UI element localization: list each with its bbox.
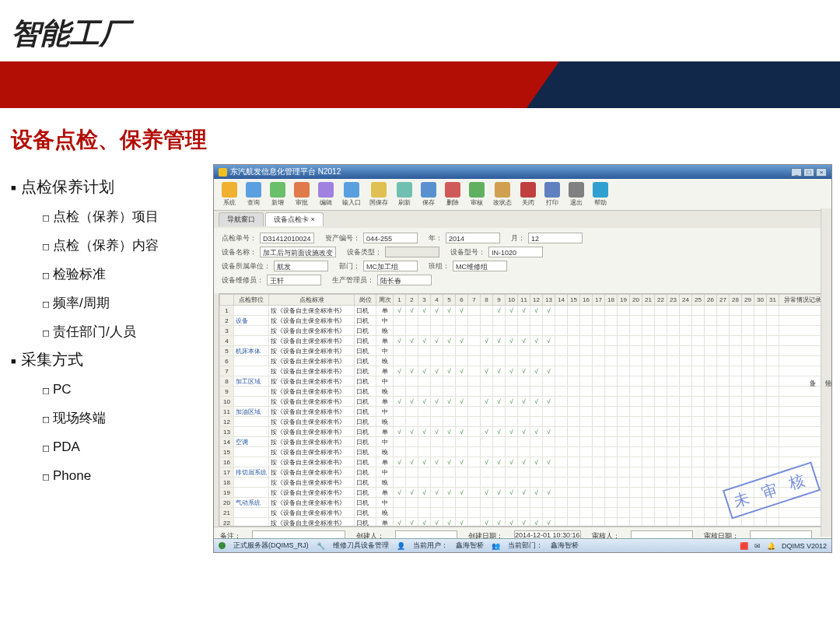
toolbar-审批[interactable]: 审批 <box>291 181 313 208</box>
grid-wrap: 点检部位点检标准岗位周次1234567891011121314151617181… <box>219 293 827 527</box>
col-header[interactable]: 12 <box>530 295 543 306</box>
col-header[interactable]: 18 <box>605 295 618 306</box>
tab-nav[interactable]: 导航窗口 <box>219 212 264 226</box>
col-header[interactable]: 17 <box>593 295 605 306</box>
input-设备型号[interactable]: IN-1020 <box>488 247 543 257</box>
tab-inspection[interactable]: 设备点检卡 × <box>265 212 324 226</box>
bullet-item: PC <box>11 379 213 401</box>
input-点检单号[interactable]: D31412010024 <box>260 233 314 243</box>
toolbar-删除[interactable]: 删除 <box>442 181 464 208</box>
col-header[interactable]: 4 <box>431 295 443 306</box>
input-设备类型[interactable] <box>385 247 439 257</box>
table-row[interactable]: 6按《设备自主保全标准书》日机晚 <box>220 356 826 366</box>
app-icon <box>219 168 227 177</box>
field-设备维修员: 设备维修员：王轩 <box>222 275 321 285</box>
col-header[interactable]: 23 <box>667 295 680 306</box>
input-生产管理员[interactable]: 陆长春 <box>377 275 432 285</box>
close-button[interactable]: × <box>816 168 827 177</box>
toolbar-编辑[interactable]: 编辑 <box>315 181 337 208</box>
status-dept-label: 当前部门： <box>508 541 543 551</box>
toolbar-刷新[interactable]: 刷新 <box>394 181 415 208</box>
table-row[interactable]: 3按《设备自主保全标准书》日机晚 <box>220 326 826 336</box>
col-header[interactable]: 26 <box>705 295 717 306</box>
input-资产编号[interactable]: 044-255 <box>363 233 418 243</box>
toolbar-保存[interactable]: 保存 <box>418 181 439 208</box>
col-header[interactable]: 24 <box>680 295 692 306</box>
toolbar-输入口[interactable]: 输入口 <box>339 181 364 208</box>
table-row[interactable]: 10按《设备自主保全标准书》日机单√√√√√√√√√√√√ <box>220 397 826 407</box>
input-班组[interactable]: MC维修组 <box>453 261 507 271</box>
toolbar-改状态[interactable]: 改状态 <box>490 181 515 208</box>
bullet-item: 现场终端 <box>11 408 213 430</box>
col-header[interactable]: 19 <box>618 295 630 306</box>
col-header[interactable]: 15 <box>568 295 580 306</box>
toolbar-帮助[interactable]: 帮助 <box>590 181 611 208</box>
col-header[interactable]: 30 <box>754 295 767 306</box>
col-header[interactable]: 22 <box>655 295 667 306</box>
input-设备所属单位[interactable]: 航发 <box>274 261 328 271</box>
field-设备型号: 设备型号：IN-1020 <box>450 247 543 257</box>
col-header[interactable]: 25 <box>692 295 705 306</box>
col-header[interactable]: 14 <box>555 295 568 306</box>
col-header[interactable]: 21 <box>642 295 655 306</box>
bullet-item: 点检（保养）项目 <box>11 206 213 229</box>
table-row[interactable]: 12按《设备自主保全标准书》日机晚 <box>220 417 826 427</box>
minimize-button[interactable]: _ <box>791 168 802 177</box>
toolbar-查询[interactable]: 查询 <box>243 181 264 208</box>
toolbar-新增[interactable]: 新增 <box>267 181 289 208</box>
input-月[interactable]: 12 <box>528 233 583 243</box>
toolbar-退出[interactable]: 退出 <box>565 181 587 208</box>
input-部门[interactable]: MC加工组 <box>363 261 418 271</box>
col-header[interactable]: 16 <box>580 295 593 306</box>
table-row[interactable]: 4按《设备自主保全标准书》日机单√√√√√√√√√√√√ <box>220 336 826 346</box>
table-row[interactable]: 16按《设备自主保全标准书》日机单√√√√√√√√√√√√ <box>220 457 826 467</box>
col-header[interactable] <box>220 295 234 306</box>
col-header[interactable]: 10 <box>506 295 518 306</box>
maximize-button[interactable]: □ <box>803 168 814 177</box>
col-header[interactable]: 5 <box>443 295 456 306</box>
input-设备名称[interactable]: 加工后与前面设施改变 <box>260 247 336 257</box>
col-header[interactable]: 1 <box>394 295 406 306</box>
col-header[interactable]: 13 <box>543 295 555 306</box>
col-header[interactable]: 2 <box>406 295 418 306</box>
col-header[interactable]: 31 <box>767 295 779 306</box>
field-部门: 部门：MC加工组 <box>339 261 418 271</box>
col-header[interactable]: 11 <box>518 295 530 306</box>
col-header[interactable]: 29 <box>742 295 754 306</box>
toolbar-国保存[interactable]: 国保存 <box>366 181 391 208</box>
col-header[interactable]: 9 <box>493 295 506 306</box>
table-row[interactable]: 14空调按《设备自主保全标准书》日机中 <box>220 437 826 447</box>
toolbar-关闭[interactable]: 关闭 <box>517 181 539 208</box>
table-row[interactable]: 8加工区域按《设备自主保全标准书》日机中 <box>220 376 826 387</box>
table-row[interactable]: 11加油区域按《设备自主保全标准书》日机中 <box>220 407 826 417</box>
status-system: 维修刀具设备管理 <box>333 541 389 551</box>
table-row[interactable]: 9按《设备自主保全标准书》日机晚 <box>220 387 826 397</box>
right-side-tabs[interactable]: 注销 备注 <box>821 208 831 537</box>
table-row[interactable]: 2设备按《设备自主保全标准书》日机中 <box>220 316 826 326</box>
table-row[interactable]: 22按《设备自主保全标准书》日机单√√√√√√√√√√√√ <box>220 518 826 527</box>
titlebar[interactable]: 东汽航发信息化管理平台 N2012 _ □ × <box>214 165 831 179</box>
col-header[interactable]: 8 <box>481 295 493 306</box>
col-header[interactable]: 3 <box>418 295 431 306</box>
table-row[interactable]: 15按《设备自主保全标准书》日机晚 <box>220 447 826 457</box>
col-header[interactable]: 点检标准 <box>269 295 355 306</box>
table-row[interactable]: 7按《设备自主保全标准书》日机单√√√√√√√√√√√√ <box>220 366 826 376</box>
table-row[interactable]: 5机床本体按《设备自主保全标准书》日机中 <box>220 346 826 356</box>
input-年[interactable]: 2014 <box>446 233 500 243</box>
status-server: 正式服务器(DQIMS_RJ) <box>233 541 309 551</box>
table-row[interactable]: 1按《设备自主保全标准书》日机单√√√√√√√√√√√ <box>220 306 826 316</box>
col-header[interactable]: 点检部位 <box>234 295 269 306</box>
table-row[interactable]: 17排切屑系统按《设备自主保全标准书》日机中 <box>220 467 826 478</box>
toolbar-审核[interactable]: 审核 <box>466 181 488 208</box>
col-header[interactable]: 岗位 <box>355 295 376 306</box>
input-设备维修员[interactable]: 王轩 <box>267 275 321 285</box>
table-row[interactable]: 13按《设备自主保全标准书》日机单√√√√√√√√√√√√ <box>220 427 826 437</box>
col-header[interactable]: 27 <box>717 295 730 306</box>
col-header[interactable]: 28 <box>730 295 742 306</box>
col-header[interactable]: 7 <box>468 295 481 306</box>
toolbar-系统[interactable]: 系统 <box>219 181 240 208</box>
col-header[interactable]: 6 <box>456 295 468 306</box>
col-header[interactable]: 周次 <box>376 295 394 306</box>
col-header[interactable]: 20 <box>630 295 642 306</box>
toolbar-打印[interactable]: 打印 <box>541 181 563 208</box>
